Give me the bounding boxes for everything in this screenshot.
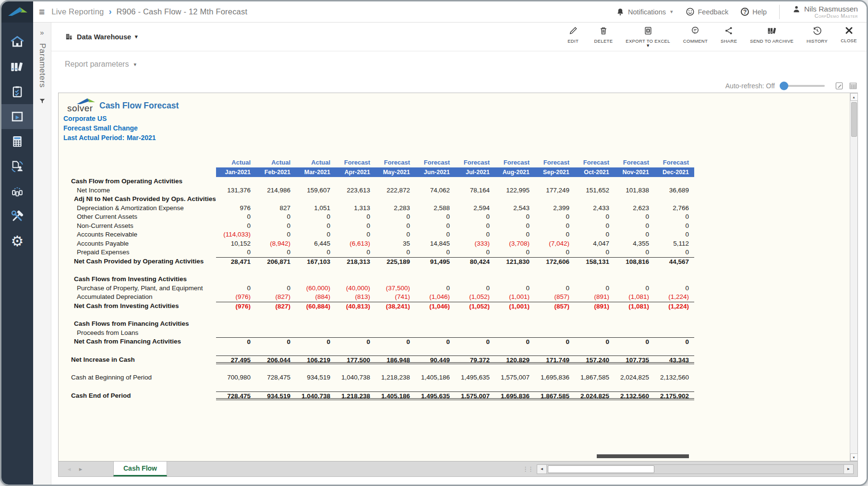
column-month-4: May-2021 bbox=[375, 167, 415, 177]
sheet-prev-button[interactable]: ◂ bbox=[63, 465, 75, 473]
sidebar-item-live-reporting[interactable] bbox=[1, 104, 33, 129]
table-cell: 121,830 bbox=[495, 257, 535, 266]
action-bar: Data Warehouse ▾ EDIT DELETE bbox=[51, 23, 867, 51]
table-cell: 0 bbox=[455, 213, 495, 222]
table-cell: 122,995 bbox=[495, 186, 535, 195]
column-type-9: Forecast bbox=[575, 158, 615, 167]
table-cell: 0 bbox=[495, 222, 535, 231]
sidebar-item-budgeting[interactable] bbox=[1, 129, 33, 154]
table-cell bbox=[296, 177, 336, 186]
table-cell bbox=[535, 275, 575, 284]
table-cell bbox=[615, 275, 654, 284]
expand-panel-chevron[interactable]: » bbox=[40, 28, 44, 36]
horizontal-scroll-thumb[interactable] bbox=[548, 465, 654, 473]
sidebar-item-settings[interactable]: ⚙ bbox=[1, 229, 33, 254]
hamburger-menu-icon[interactable]: ≡ bbox=[38, 6, 51, 18]
table-cell: 0 bbox=[216, 222, 256, 231]
connected-nodes-icon bbox=[11, 185, 24, 198]
feedback-button[interactable]: Feedback bbox=[686, 7, 729, 16]
scroll-down-button[interactable]: ▼ bbox=[850, 453, 858, 461]
table-cell bbox=[455, 275, 495, 284]
table-cell: 1,051 bbox=[296, 204, 336, 213]
sheet-tab-cash-flow[interactable]: Cash Flow bbox=[113, 462, 167, 476]
share-button[interactable]: SHARE bbox=[721, 26, 737, 44]
sidebar-item-collaboration[interactable] bbox=[1, 154, 33, 179]
table-cell: 2,024,825 bbox=[575, 391, 615, 401]
table-cell: 101,838 bbox=[615, 186, 654, 195]
sidebar-item-integrations[interactable] bbox=[1, 179, 33, 204]
history-clock-icon bbox=[812, 26, 822, 36]
table-cell: 2,132,560 bbox=[615, 391, 654, 401]
vertical-scrollbar[interactable]: ▲ ▼ bbox=[850, 93, 857, 461]
table-cell: 0 bbox=[535, 337, 575, 346]
user-name: Nils Rasmussen bbox=[804, 5, 858, 13]
hscroll-right-button[interactable]: ► bbox=[844, 465, 853, 474]
delete-button[interactable]: DELETE bbox=[594, 26, 613, 44]
row-label: Net Cash from Investing Activities bbox=[63, 302, 216, 311]
sidebar-item-administration[interactable] bbox=[1, 204, 33, 229]
table-cell: 1,495,635 bbox=[455, 373, 495, 382]
table-cell: 0 bbox=[415, 248, 455, 257]
table-cell: 0 bbox=[535, 230, 575, 239]
table-cell: 218,313 bbox=[336, 257, 375, 266]
last-actual-value: Mar-2021 bbox=[127, 134, 156, 142]
sidebar-item-tasks[interactable] bbox=[1, 79, 33, 104]
column-type-8: Forecast bbox=[535, 158, 575, 167]
edit-view-icon[interactable] bbox=[834, 81, 844, 91]
scroll-up-button[interactable]: ▲ bbox=[850, 93, 858, 101]
help-label: Help bbox=[752, 8, 767, 16]
table-cell: 0 bbox=[575, 337, 615, 346]
edit-button[interactable]: EDIT bbox=[565, 26, 581, 44]
notifications-button[interactable]: Notifications ▾ bbox=[616, 8, 673, 16]
table-cell: 171,749 bbox=[535, 356, 575, 365]
breadcrumb-section[interactable]: Live Reporting bbox=[51, 7, 104, 16]
table-cell bbox=[256, 177, 296, 186]
app-logo[interactable] bbox=[1, 1, 33, 23]
row-label: Other Current Assets bbox=[63, 213, 216, 222]
table-cell: 976 bbox=[216, 204, 256, 213]
column-type-0: Actual bbox=[216, 158, 256, 167]
comment-button[interactable]: COMMENT bbox=[683, 26, 708, 44]
grip-dots-icon[interactable]: ⋮⋮ bbox=[522, 465, 533, 473]
table-cell: 78,164 bbox=[455, 186, 495, 195]
history-button[interactable]: HISTORY bbox=[807, 26, 828, 44]
table-cell: 2,594 bbox=[455, 204, 495, 213]
table-cell bbox=[495, 320, 535, 329]
sheet-next-button[interactable]: ▸ bbox=[75, 465, 86, 473]
row-label: Prepaid Expenses bbox=[63, 248, 216, 257]
table-cell: 2,543 bbox=[495, 204, 535, 213]
auto-refresh-slider[interactable] bbox=[781, 85, 825, 87]
edit-label: EDIT bbox=[567, 38, 579, 44]
data-source-dropdown[interactable]: Data Warehouse ▾ bbox=[65, 33, 138, 41]
vertical-scroll-thumb[interactable] bbox=[851, 102, 857, 137]
table-cell: (40,000) bbox=[336, 284, 375, 293]
sidebar-item-home[interactable] bbox=[1, 29, 33, 54]
report-parameters-toggle[interactable]: Report parameters ▾ bbox=[65, 60, 858, 69]
table-cell: 159,607 bbox=[296, 186, 336, 195]
table-cell: (857) bbox=[535, 302, 575, 311]
bell-icon bbox=[616, 8, 625, 16]
table-cell: 2,175,902 bbox=[654, 391, 694, 401]
inner-hscroll-dark-thumb[interactable] bbox=[597, 454, 689, 458]
export-to-excel-button[interactable]: EXPORT TO EXCEL ▼ bbox=[626, 26, 670, 47]
auto-refresh-knob[interactable] bbox=[780, 82, 788, 90]
send-to-archive-button[interactable]: SEND TO ARCHIVE bbox=[750, 26, 794, 44]
table-cell: 91,495 bbox=[415, 257, 455, 266]
sidebar-item-archive[interactable] bbox=[1, 54, 33, 79]
table-cell: 0 bbox=[455, 230, 495, 239]
toolbar-actions: EDIT DELETE EXPORT TO EXCEL ▼ bbox=[565, 26, 857, 47]
user-menu[interactable]: Nils Rasmussen CorpDemo Master bbox=[792, 5, 858, 19]
table-cell: (891) bbox=[575, 302, 615, 311]
table-cell: 177,500 bbox=[336, 356, 375, 365]
close-button[interactable]: CLOSE bbox=[841, 26, 857, 43]
help-button[interactable]: ? Help bbox=[741, 8, 767, 16]
grid-view-icon[interactable] bbox=[848, 81, 858, 91]
table-cell: 172,606 bbox=[535, 257, 575, 266]
table-cell bbox=[415, 329, 455, 338]
table-cell: 222,872 bbox=[375, 186, 415, 195]
table-cell: 0 bbox=[375, 248, 415, 257]
horizontal-scrollbar[interactable]: ◄ ► bbox=[537, 464, 854, 474]
filter-funnel-icon[interactable] bbox=[38, 97, 46, 107]
hscroll-left-button[interactable]: ◄ bbox=[537, 465, 547, 474]
column-type-10: Forecast bbox=[615, 158, 654, 167]
